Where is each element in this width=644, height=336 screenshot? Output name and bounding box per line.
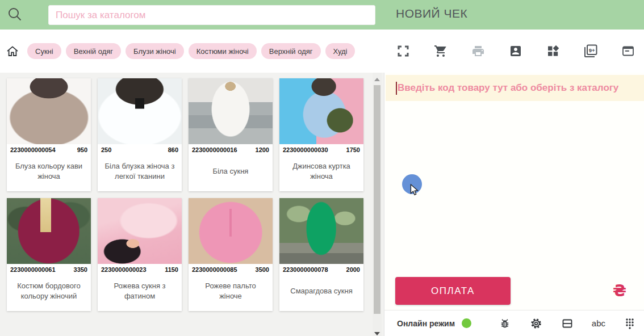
product-info-row: 2230000000078 2000 [279,264,363,275]
settings-icon [529,317,543,330]
product-card[interactable]: 2230000000054 950 Блуза кольору кави жін… [7,78,91,191]
product-card[interactable]: 250 860 Біла блузка жіноча з легкої ткан… [98,78,182,191]
product-image [98,198,182,264]
product-name: Рожеве пальто жіноче [189,275,273,311]
page-title: НОВИЙ ЧЕК [396,7,467,20]
abc-keyboard-toggle[interactable]: abc [592,318,605,328]
print-button[interactable] [471,44,485,58]
product-info-row: 2230000000030 1750 [279,144,363,156]
status-bar: Онлайн режим [384,310,644,336]
product-name: Біла сукня [189,156,273,191]
category-chip[interactable]: Худі [325,43,356,59]
fullscreen-button[interactable] [396,44,410,58]
product-code: 2230000000054 [10,146,56,153]
product-card[interactable]: 2230000000078 2000 Смарагдова сукня [279,198,363,311]
currency-hryvnia-symbol: ₴ [613,282,626,300]
toolbar: Сукні Вехній одяг Блузи жіночі Костюми ж… [0,30,644,73]
product-code: 2230000000016 [192,146,237,153]
receipt-panel: ОПЛАТА ₴ Онлайн режим [384,73,644,336]
product-code: 2230000000078 [283,266,328,273]
bug-icon [498,317,512,330]
product-code: 2230000000023 [101,266,147,273]
filter-9-plus-button[interactable]: 9+ [584,44,597,58]
product-info-row: 2230000000054 950 [7,144,91,156]
home-icon [6,44,19,58]
product-image [7,198,91,264]
top-bar: НОВИЙ ЧЕК [0,0,644,30]
scroll-up-arrow-icon[interactable] [374,78,380,81]
toolbar-icons: 9+ [396,44,635,58]
receipt-card-button[interactable] [621,44,635,58]
product-info-row: 2230000000061 3350 [7,264,91,275]
bug-report-button[interactable] [498,317,512,330]
product-price: 950 [77,146,87,153]
category-chip[interactable]: Костюми жіночі [189,43,257,59]
product-name: Смарагдова сукня [279,275,363,311]
product-card[interactable]: 2230000000016 1200 Біла сукня [189,78,273,191]
catalog-area: 2230000000054 950 Блуза кольору кави жін… [0,73,384,336]
dashboard-icon [546,44,560,58]
product-price: 2000 [346,266,360,273]
product-info-row: 250 860 [98,144,182,156]
product-card[interactable]: 2230000000023 1150 Рожева сукня з фатино… [98,198,182,311]
product-card[interactable]: 2230000000085 3500 Рожеве пальто жіноче [189,198,273,311]
product-code: 2230000000030 [283,146,328,153]
product-image [98,78,182,144]
fullscreen-icon [396,44,410,58]
dialpad-button[interactable] [623,317,637,330]
product-price: 3350 [74,266,87,273]
category-chip[interactable]: Вехній одяг [66,43,121,59]
home-button[interactable] [6,44,19,58]
dashboard-button[interactable] [546,44,560,58]
search-input[interactable] [48,5,375,25]
product-name: Рожева сукня з фатином [98,275,182,311]
split-view-button[interactable] [561,317,574,330]
category-chip[interactable]: Блузи жіночі [126,43,184,59]
product-grid: 2230000000054 950 Блуза кольору кави жін… [7,78,363,311]
product-card[interactable]: 2230000000061 3350 Костюм бордового коль… [7,198,91,311]
scrollbar-thumb[interactable] [374,85,380,314]
split-view-icon [561,317,574,330]
product-code: 2230000000085 [192,266,237,273]
product-code-input[interactable] [386,75,644,101]
product-name: Блуза кольору кави жіноча [7,156,91,191]
product-image [279,198,363,264]
product-price: 1750 [346,146,360,153]
product-info-row: 2230000000016 1200 [189,144,273,156]
category-chip[interactable]: Верхній одяг [261,43,321,59]
category-chips: Сукні Вехній одяг Блузи жіночі Костюми ж… [27,43,355,59]
pay-button[interactable]: ОПЛАТА [395,277,511,305]
online-mode-label: Онлайн режим [397,319,455,328]
settings-button[interactable] [529,317,543,330]
product-code: 250 [101,146,111,153]
cart-button[interactable] [434,44,448,58]
text-caret [396,82,397,95]
cart-icon [434,44,448,58]
filter-9-plus-icon: 9+ [584,44,597,58]
product-name: Костюм бордового кольору жіночий [7,275,91,311]
category-chip[interactable]: Сукні [27,43,61,59]
product-image [279,78,363,144]
contact-button[interactable] [509,44,522,58]
mouse-cursor-icon [410,184,419,196]
online-status-dot [462,318,471,328]
status-icons: abc [498,317,637,330]
dialpad-icon [623,317,637,330]
product-image [189,78,273,144]
product-card[interactable]: 2230000000030 1750 Джинсова куртка жіноч… [279,78,363,191]
product-info-row: 2230000000023 1150 [98,264,182,275]
product-image [7,78,91,144]
contact-card-icon [509,44,522,58]
search-icon[interactable] [6,6,23,23]
product-code: 2230000000061 [10,266,56,273]
scroll-down-arrow-icon[interactable] [374,332,380,335]
product-price: 1150 [165,266,178,273]
product-name: Джинсова куртка жіноча [279,156,363,191]
product-price: 3500 [256,266,269,273]
product-price: 1200 [256,146,269,153]
catalog-scrollbar[interactable] [373,73,382,336]
product-image [189,198,273,264]
svg-text:9+: 9+ [589,47,595,53]
product-name: Біла блузка жіноча з легкої тканини [98,156,182,191]
printer-icon [471,44,485,58]
